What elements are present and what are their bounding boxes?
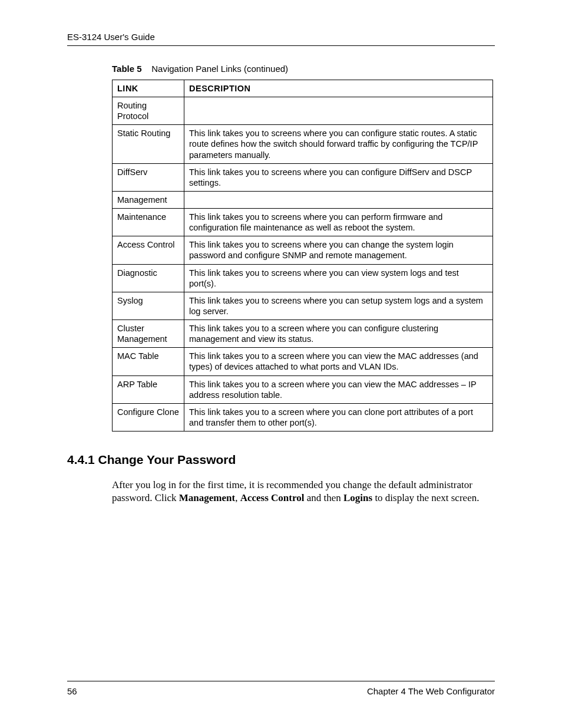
chapter-title: Chapter 4 The Web Configurator xyxy=(367,686,495,696)
col-header-link: LINK xyxy=(113,80,184,97)
table-caption-prefix: Table 5 xyxy=(112,64,142,74)
cell-link: Diagnostic xyxy=(113,264,184,292)
cell-desc: This link takes you to a screen where yo… xyxy=(184,403,493,431)
para-text: to display the next screen. xyxy=(372,492,479,503)
cell-link: Configure Clone xyxy=(113,403,184,431)
table-row: Cluster Management This link takes you t… xyxy=(113,320,493,348)
cell-link: Access Control xyxy=(113,236,184,264)
cell-link: DiffServ xyxy=(113,163,184,191)
navigation-panel-links-table: LINK DESCRIPTION Routing Protocol Static… xyxy=(112,80,493,431)
page-header: ES-3124 User's Guide xyxy=(67,32,495,46)
cell-desc xyxy=(184,97,493,125)
table-row: Access Control This link takes you to sc… xyxy=(113,236,493,264)
cell-desc: This link takes you to a screen where yo… xyxy=(184,375,493,403)
cell-desc xyxy=(184,191,493,208)
cell-link: Syslog xyxy=(113,292,184,319)
para-bold: Management xyxy=(179,492,235,503)
guide-title: ES-3124 User's Guide xyxy=(67,32,155,42)
table-row: ARP Table This link takes you to a scree… xyxy=(113,375,493,403)
cell-link: Cluster Management xyxy=(113,320,184,348)
para-text: and then xyxy=(304,492,343,503)
table-row: Diagnostic This link takes you to screen… xyxy=(113,264,493,292)
table-row: Configure Clone This link takes you to a… xyxy=(113,403,493,431)
cell-desc: This link takes you to screens where you… xyxy=(184,163,493,191)
table-row: Syslog This link takes you to screens wh… xyxy=(113,292,493,319)
para-bold: Access Control xyxy=(240,492,305,503)
cell-link: Maintenance xyxy=(113,209,184,236)
cell-desc: This link takes you to a screen where yo… xyxy=(184,348,493,375)
para-bold: Logins xyxy=(343,492,372,503)
cell-desc: This link takes you to screens where you… xyxy=(184,125,493,163)
cell-link: Static Routing xyxy=(113,125,184,163)
section-paragraph: After you log in for the first time, it … xyxy=(112,479,495,505)
table-row: Static Routing This link takes you to sc… xyxy=(113,125,493,163)
table-caption: Table 5 Navigation Panel Links (continue… xyxy=(112,64,495,74)
table-row: Maintenance This link takes you to scree… xyxy=(113,209,493,236)
table-row: DiffServ This link takes you to screens … xyxy=(113,163,493,191)
cell-link: ARP Table xyxy=(113,375,184,403)
cell-link: MAC Table xyxy=(113,348,184,375)
page-footer: 56 Chapter 4 The Web Configurator xyxy=(67,681,495,696)
table-row: MAC Table This link takes you to a scree… xyxy=(113,348,493,375)
page-number: 56 xyxy=(67,686,77,696)
section-heading: 4.4.1 Change Your Password xyxy=(67,453,495,467)
page-content: Table 5 Navigation Panel Links (continue… xyxy=(67,64,495,505)
cell-desc: This link takes you to screens where you… xyxy=(184,209,493,236)
para-text: , xyxy=(235,492,240,503)
table-caption-text: Navigation Panel Links (continued) xyxy=(151,64,288,74)
cell-link: Routing Protocol xyxy=(113,97,184,125)
table-header-row: LINK DESCRIPTION xyxy=(113,80,493,97)
table-row: Management xyxy=(113,191,493,208)
col-header-description: DESCRIPTION xyxy=(184,80,493,97)
table-row: Routing Protocol xyxy=(113,97,493,125)
cell-link: Management xyxy=(113,191,184,208)
cell-desc: This link takes you to screens where you… xyxy=(184,292,493,319)
cell-desc: This link takes you to screens where you… xyxy=(184,264,493,292)
cell-desc: This link takes you to a screen where yo… xyxy=(184,320,493,348)
cell-desc: This link takes you to screens where you… xyxy=(184,236,493,264)
